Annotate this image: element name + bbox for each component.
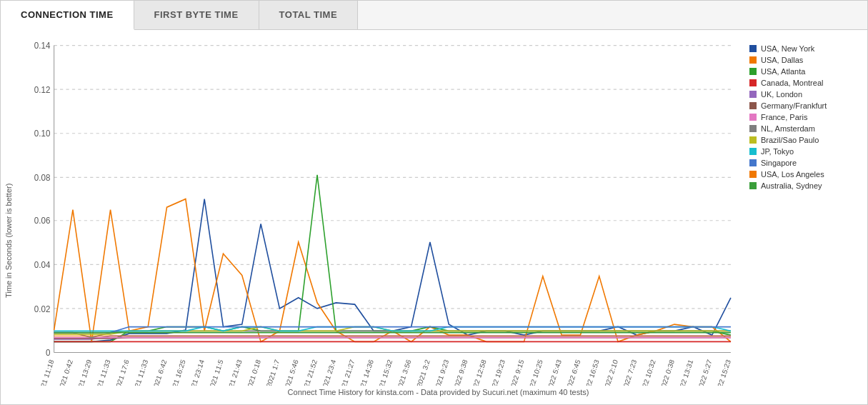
legend-item-jp-tokyo: JP, Tokyo — [749, 147, 857, 156]
svg-text:24/1/2022 9:38: 24/1/2022 9:38 — [447, 358, 469, 386]
svg-text:0.06: 0.06 — [34, 216, 51, 226]
svg-text:21/9/2021 3:56: 21/9/2021 3:56 — [390, 358, 413, 386]
svg-text:11/11/2021 3:2: 11/11/2021 3:2 — [409, 358, 431, 386]
legend-color-brazil-sao-paulo — [749, 136, 757, 144]
svg-text:0.14: 0.14 — [34, 41, 51, 51]
legend-label-usa-new-york: USA, New York — [761, 44, 814, 53]
legend-item-usa-dallas: USA, Dallas — [749, 56, 857, 64]
legend-label-nl-amsterdam: NL, Amsterdam — [761, 124, 815, 133]
svg-text:10/3/2021 11:5: 10/3/2021 11:5 — [202, 358, 225, 386]
legend-label-uk-london: UK, London — [761, 90, 802, 99]
y-axis-label: Time in Seconds (lower is better) — [1, 37, 16, 401]
svg-text:5/12/2021 9:23: 5/12/2021 9:23 — [428, 358, 451, 386]
svg-text:0: 0 — [46, 348, 51, 359]
svg-text:31/8/2022 2:10: 31/8/2022 2:10 — [597, 358, 619, 386]
svg-text:0.10: 0.10 — [34, 129, 51, 139]
legend-color-nl-amsterdam — [749, 125, 757, 132]
svg-text:3/4/2021 21:43: 3/4/2021 21:43 — [221, 358, 244, 386]
legend-color-canada-montreal — [749, 79, 757, 86]
svg-text:24/4/2022 6:45: 24/4/2022 6:45 — [559, 358, 582, 386]
legend-color-usa-new-york — [749, 45, 757, 52]
svg-text:0.08: 0.08 — [34, 172, 51, 183]
legend-label-singapore: Singapore — [761, 159, 797, 167]
svg-text:21/3/2022 5:43: 21/3/2022 5:43 — [540, 358, 563, 386]
legend-item-france-paris: France, Paris — [749, 113, 857, 121]
svg-text:14/2/2022 9:15: 14/2/2022 9:15 — [503, 358, 526, 386]
legend-color-usa-los-angeles — [749, 171, 757, 178]
svg-text:3/5/2021 21:52: 3/5/2021 21:52 — [296, 358, 319, 386]
svg-text:8/2/2021 17:6: 8/2/2021 17:6 — [109, 358, 131, 386]
svg-text:15/1/2021 11:18: 15/1/2021 11:18 — [31, 358, 55, 386]
tab-first-byte-time[interactable]: FIRST BYTE TIME — [134, 1, 259, 29]
legend-label-usa-atlanta: USA, Atlanta — [761, 67, 805, 76]
legend-color-usa-dallas — [749, 56, 757, 64]
svg-text:0.04: 0.04 — [34, 259, 51, 270]
legend-label-canada-montreal: Canada, Montreal — [761, 79, 823, 87]
legend-color-australia-sydney — [749, 182, 757, 189]
legend-label-germany-frankfurt: Germany/Frankfurt — [761, 101, 827, 110]
legend-item-germany-frankfurt: Germany/Frankfurt — [749, 101, 857, 110]
svg-text:6/1/2022 0:38: 6/1/2022 0:38 — [654, 358, 676, 386]
svg-text:5/10/2022 7:23: 5/10/2022 7:23 — [616, 358, 639, 386]
legend-label-australia-sydney: Australia, Sydney — [761, 181, 822, 190]
chart-wrapper: .grid-line { stroke: #ccc; stroke-width:… — [16, 37, 860, 401]
chart-area: Time in Seconds (lower is better) .grid-… — [1, 30, 867, 404]
svg-text:15/2/2021 23:4: 15/2/2021 23:4 — [315, 358, 338, 386]
svg-text:0.02: 0.02 — [34, 304, 51, 314]
chart-footer: Connect Time History for kinsta.com - Da… — [16, 386, 860, 401]
svg-text:22/2/2021 6:42: 22/2/2021 6:42 — [146, 358, 169, 386]
svg-text:11/4/2021 1:7: 11/4/2021 1:7 — [260, 358, 281, 386]
chart-svg-container: .grid-line { stroke: #ccc; stroke-width:… — [16, 37, 746, 386]
legend-label-france-paris: France, Paris — [761, 113, 807, 121]
legend-label-jp-tokyo: JP, Tokyo — [761, 147, 794, 156]
legend-item-uk-london: UK, London — [749, 90, 857, 99]
svg-text:8/3/2021 23:14: 8/3/2021 23:14 — [184, 358, 206, 386]
legend-item-usa-new-york: USA, New York — [749, 44, 857, 53]
svg-text:14/4/2021 5:46: 14/4/2021 5:46 — [277, 358, 300, 386]
legend-label-usa-dallas: USA, Dallas — [761, 56, 803, 64]
svg-text:0.12: 0.12 — [34, 84, 51, 95]
legend-color-uk-london — [749, 91, 757, 98]
main-container: CONNECTION TIME FIRST BYTE TIME TOTAL TI… — [0, 0, 868, 405]
legend-color-singapore — [749, 159, 757, 166]
legend-color-jp-tokyo — [749, 148, 757, 155]
svg-text:5/4/2021 0:18: 5/4/2021 0:18 — [241, 358, 262, 386]
legend-label-usa-los-angeles: USA, Los Angeles — [761, 170, 824, 179]
legend-item-australia-sydney: Australia, Sydney — [749, 181, 857, 190]
legend: USA, New York USA, Dallas USA, Atlanta C… — [746, 37, 860, 386]
legend-item-usa-atlanta: USA, Atlanta — [749, 67, 857, 76]
legend-item-canada-montreal: Canada, Montreal — [749, 79, 857, 87]
legend-label-brazil-sao-paulo: Brazil/Sao Paulo — [761, 136, 819, 144]
chart-and-legend: .grid-line { stroke: #ccc; stroke-width:… — [16, 37, 860, 386]
legend-color-usa-atlanta — [749, 68, 757, 75]
svg-text:23/1/2021 0:42: 23/1/2021 0:42 — [51, 358, 74, 386]
chart-svg: .grid-line { stroke: #ccc; stroke-width:… — [16, 37, 746, 386]
legend-color-germany-frankfurt — [749, 102, 757, 109]
legend-item-nl-amsterdam: NL, Amsterdam — [749, 124, 857, 133]
series-usa-atlanta — [54, 175, 731, 342]
tab-connection-time[interactable]: CONNECTION TIME — [1, 1, 134, 30]
tab-bar: CONNECTION TIME FIRST BYTE TIME TOTAL TI… — [1, 1, 867, 30]
legend-item-brazil-sao-paulo: Brazil/Sao Paulo — [749, 136, 857, 144]
legend-item-singapore: Singapore — [749, 159, 857, 167]
legend-item-usa-los-angeles: USA, Los Angeles — [749, 170, 857, 179]
legend-color-france-paris — [749, 114, 757, 121]
tab-total-time[interactable]: TOTAL TIME — [259, 1, 359, 29]
